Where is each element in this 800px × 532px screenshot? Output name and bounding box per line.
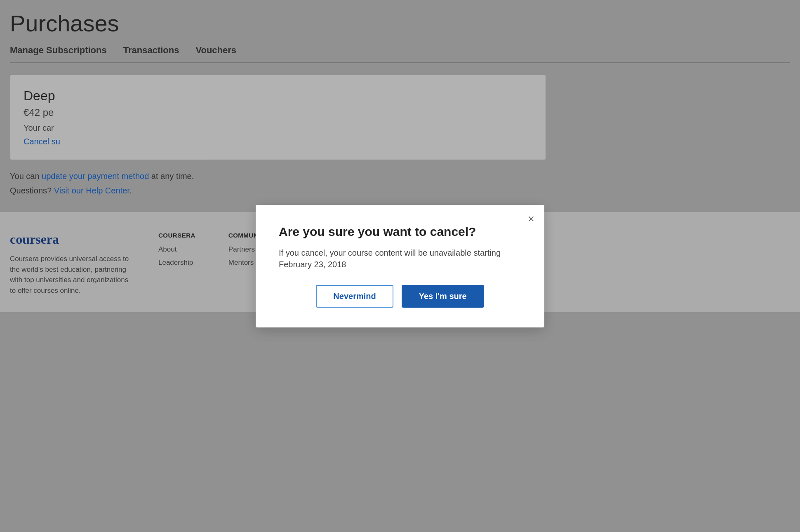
modal-buttons: Nevermind Yes I'm sure [279, 285, 521, 308]
modal-body: If you cancel, your course content will … [279, 247, 521, 270]
modal-overlay[interactable]: × Are you sure you want to cancel? If yo… [0, 0, 800, 532]
modal-title: Are you sure you want to cancel? [279, 225, 521, 239]
confirm-cancel-button[interactable]: Yes I'm sure [402, 285, 484, 308]
nevermind-button[interactable]: Nevermind [316, 285, 393, 308]
modal-close-button[interactable]: × [528, 213, 534, 225]
modal: × Are you sure you want to cancel? If yo… [256, 205, 544, 327]
